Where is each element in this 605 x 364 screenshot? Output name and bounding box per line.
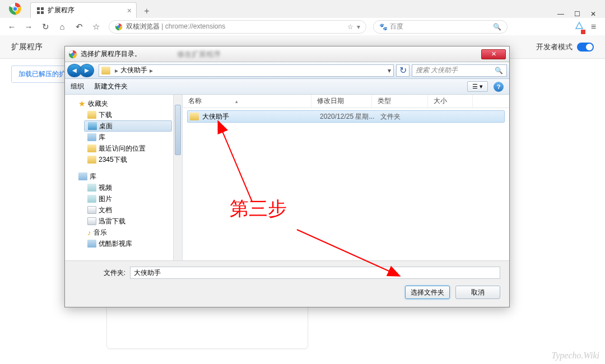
select-folder-button[interactable]: 选择文件夹 — [405, 286, 450, 299]
star-icon[interactable]: ☆ — [347, 23, 353, 31]
folder-name-input[interactable] — [130, 267, 500, 279]
dialog-footer: 文件夹: 选择文件夹 取消 — [65, 260, 509, 307]
baidu-icon: 🐾 — [379, 23, 388, 31]
folder-icon — [87, 240, 96, 248]
home-button[interactable]: ⌂ — [55, 20, 69, 34]
chevron-right-icon: ▸ — [115, 67, 118, 74]
history-button[interactable]: ↶ — [72, 20, 86, 34]
svg-point-2 — [13, 7, 17, 11]
refresh-button[interactable]: ↻ — [396, 64, 409, 77]
forward-button[interactable]: → — [21, 20, 36, 34]
reload-button[interactable]: ↻ — [38, 20, 53, 34]
tree-scrollbar[interactable] — [173, 95, 182, 260]
search-input[interactable]: 🐾 百度 🔍 — [373, 20, 508, 34]
new-folder-button[interactable]: 新建文件夹 — [94, 82, 128, 91]
search-icon[interactable]: 🔍 — [493, 23, 501, 31]
file-list[interactable]: 名称▴ 修改日期 类型 大小 大侠助手 2020/12/25 星期... 文件夹 — [183, 95, 509, 260]
tree-video[interactable]: 视频 — [71, 182, 182, 193]
notification-icon[interactable] — [574, 21, 584, 33]
view-mode-button[interactable]: ☰ ▾ — [467, 81, 488, 92]
tree-2345[interactable]: 2345下载 — [71, 154, 182, 165]
tab-close-icon[interactable]: × — [127, 6, 132, 15]
column-headers[interactable]: 名称▴ 修改日期 类型 大小 — [183, 95, 509, 108]
document-icon — [87, 206, 96, 214]
dropdown-icon[interactable]: ▾ — [357, 23, 360, 31]
help-button[interactable]: ? — [494, 82, 504, 92]
svg-rect-5 — [37, 11, 40, 14]
menu-button[interactable]: ≡ — [591, 22, 596, 32]
cancel-button[interactable]: 取消 — [455, 286, 500, 299]
video-icon — [87, 184, 96, 192]
svg-rect-3 — [37, 7, 40, 10]
star-icon: ★ — [78, 99, 86, 108]
tree-music[interactable]: ♪音乐 — [71, 227, 182, 238]
tree-desktop[interactable]: 桌面 — [84, 120, 172, 132]
window-controls: — ☐ ✕ — [548, 10, 605, 18]
col-size[interactable]: 大小 — [428, 95, 473, 108]
dev-mode-label: 开发者模式 — [536, 42, 573, 52]
folder-field-label: 文件夹: — [74, 268, 130, 278]
extensions-icon — [36, 7, 44, 15]
close-button[interactable]: ✕ — [590, 10, 596, 18]
browser-chrome: 扩展程序 × + — ☐ ✕ ← → ↻ ⌂ ↶ ☆ 双核浏览器 | chrom… — [0, 0, 605, 35]
load-unpacked-button[interactable]: 加载已解压的扩 — [11, 66, 73, 83]
breadcrumb-item[interactable]: 大侠助手 — [120, 66, 147, 75]
chevron-right-icon: ▸ — [150, 67, 153, 74]
pictures-icon — [87, 195, 96, 203]
annotation-label: 第三步 — [230, 196, 287, 222]
tree-xunlei[interactable]: 迅雷下载 — [71, 216, 182, 227]
col-date[interactable]: 修改日期 — [311, 95, 372, 108]
breadcrumb-dropdown-icon[interactable]: ▾ — [388, 67, 391, 74]
dialog-close-button[interactable]: ✕ — [481, 49, 506, 59]
organize-button[interactable]: 组织 — [71, 82, 84, 91]
url-actions: ☆ ▾ — [347, 23, 360, 31]
page-title: 扩展程序 — [11, 42, 43, 52]
maximize-button[interactable]: ☐ — [574, 10, 580, 18]
tree-lib-header[interactable]: 库 — [71, 171, 182, 182]
file-row-selected[interactable]: 大侠助手 2020/12/25 星期... 文件夹 — [187, 110, 505, 123]
library-icon — [78, 172, 87, 180]
search-icon[interactable]: 🔍 — [495, 67, 503, 74]
folder-icon — [101, 67, 110, 74]
tree-pictures[interactable]: 图片 — [71, 193, 182, 204]
address-bar: ← → ↻ ⌂ ↶ ☆ 双核浏览器 | chrome://extensions … — [0, 18, 605, 35]
toggle-switch[interactable] — [577, 43, 594, 52]
nav-forward-button[interactable]: ► — [80, 64, 94, 77]
search-engine-label: 百度 — [390, 22, 403, 31]
new-tab-button[interactable]: + — [140, 4, 153, 18]
dialog-search-input[interactable]: 搜索 大侠助手 🔍 — [412, 64, 507, 77]
back-button[interactable]: ← — [4, 20, 19, 34]
scrollbar-thumb[interactable] — [175, 105, 181, 155]
dialog-nav-bar: ◄ ► ▸ 大侠助手 ▸ ▾ ↻ 搜索 大侠助手 🔍 — [65, 62, 509, 79]
developer-mode-toggle[interactable]: 开发者模式 — [536, 42, 594, 52]
notification-badge — [581, 30, 585, 34]
watermark: Typecho.Wiki — [552, 351, 599, 361]
site-favicon-icon — [115, 23, 123, 31]
search-placeholder: 搜索 大侠助手 — [416, 66, 458, 75]
dialog-body: ★收藏夹 下载 桌面 库 最近访问的位置 2345下载 库 视频 图片 文档 迅… — [65, 95, 509, 260]
tree-youku[interactable]: 优酷影视库 — [71, 238, 182, 249]
col-type[interactable]: 类型 — [372, 95, 428, 108]
url-input[interactable]: 双核浏览器 | chrome://extensions ☆ ▾ — [109, 20, 366, 34]
browser-tab[interactable]: 扩展程序 × — [30, 2, 137, 18]
col-name[interactable]: 名称▴ — [183, 95, 311, 108]
bookmark-button[interactable]: ☆ — [89, 20, 103, 34]
folder-icon — [87, 156, 96, 164]
tree-recent[interactable]: 最近访问的位置 — [71, 143, 182, 154]
document-icon — [87, 217, 96, 225]
tree-documents[interactable]: 文档 — [71, 204, 182, 216]
tree-library[interactable]: 库 — [71, 132, 182, 143]
desktop-icon — [88, 122, 97, 130]
blurred-text: 修改扩展程序 — [177, 49, 221, 59]
dialog-toolbar: 组织 新建文件夹 ☰ ▾ ? — [65, 79, 509, 95]
breadcrumb[interactable]: ▸ 大侠助手 ▸ ▾ — [99, 64, 394, 77]
dialog-titlebar[interactable]: 选择扩展程序目录。 修改扩展程序 ✕ — [65, 46, 509, 62]
folder-icon — [190, 113, 199, 120]
folder-icon — [87, 111, 96, 119]
dialog-icon — [68, 50, 77, 59]
tree-favorites[interactable]: ★收藏夹 — [71, 98, 182, 109]
minimize-button[interactable]: — — [557, 10, 564, 18]
folder-tree[interactable]: ★收藏夹 下载 桌面 库 最近访问的位置 2345下载 库 视频 图片 文档 迅… — [65, 95, 183, 260]
tree-downloads[interactable]: 下载 — [71, 109, 182, 120]
folder-picker-dialog: 选择扩展程序目录。 修改扩展程序 ✕ ◄ ► ▸ 大侠助手 ▸ ▾ ↻ 搜索 大… — [64, 46, 510, 307]
